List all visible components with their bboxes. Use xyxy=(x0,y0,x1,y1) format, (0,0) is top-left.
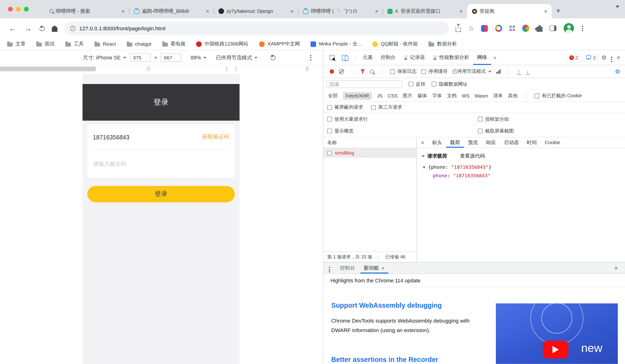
device-toolbar-toggle-icon[interactable] xyxy=(338,55,352,60)
preserve-log-checkbox[interactable] xyxy=(390,69,395,74)
filter-img[interactable]: 图片 xyxy=(403,92,412,99)
filter-funnel-icon[interactable] xyxy=(360,69,365,74)
zoom-window-button[interactable] xyxy=(24,7,29,12)
filter-all[interactable]: 全部 xyxy=(328,92,338,99)
browser-tab[interactable]: 哔哩哔哩 (゜-゜)つロ × xyxy=(298,4,383,19)
video-thumbnail[interactable]: new xyxy=(496,303,618,364)
browser-menu-kebab-icon[interactable] xyxy=(578,26,588,31)
share-button[interactable] xyxy=(452,25,464,32)
show-overview-checkbox[interactable] xyxy=(327,129,332,133)
browser-tab[interactable]: 哔哩哔哩 - 搜索 × xyxy=(45,4,129,19)
close-window-button[interactable] xyxy=(8,7,13,12)
bookmark-folder[interactable]: 工具 xyxy=(65,41,84,48)
tab-cookies[interactable]: Cookie xyxy=(541,137,564,148)
more-tabs-button[interactable]: » xyxy=(491,55,499,60)
profile-avatar[interactable] xyxy=(560,23,578,34)
blocked-requests-option[interactable]: 被屏蔽的请求 xyxy=(327,104,363,111)
bookmark-folder[interactable]: 文章 xyxy=(7,41,25,48)
extension-icon-fe[interactable] xyxy=(478,25,492,32)
throttle-select[interactable]: 已停用节流模式 xyxy=(216,54,258,61)
tab-elements[interactable]: 元素 xyxy=(359,50,377,65)
bookmark-link[interactable]: XAMPP中文网 xyxy=(259,41,300,48)
view-source-link[interactable]: 查看源代码 xyxy=(460,153,485,160)
tab-response[interactable]: 响应 xyxy=(482,137,500,148)
bookmark-folder[interactable]: chatgpt xyxy=(126,41,151,47)
show-overview-option[interactable]: 显示概览 xyxy=(327,128,353,135)
devtools-kebab-icon[interactable] xyxy=(610,53,613,62)
back-button[interactable]: ← xyxy=(5,24,20,32)
tab-initiator[interactable]: 启动器 xyxy=(500,137,523,148)
tab-network[interactable]: 网络 xyxy=(473,50,491,65)
network-conditions-icon[interactable] xyxy=(496,69,500,74)
clear-icon[interactable] xyxy=(339,69,344,74)
tab-close-icon[interactable]: × xyxy=(543,8,548,14)
zoom-select[interactable]: 88% xyxy=(191,55,207,60)
bookmark-folder[interactable]: 数据分析 xyxy=(429,41,457,48)
filter-media[interactable]: 媒体 xyxy=(417,92,427,99)
verification-code-input[interactable] xyxy=(93,161,229,167)
bookmark-star-icon[interactable]: ☆ xyxy=(464,25,478,32)
capture-screenshots-option[interactable]: 截取屏幕截图 xyxy=(478,128,514,135)
drawer-tab-whats-new[interactable]: 新功能× xyxy=(360,262,388,274)
site-info-icon[interactable] xyxy=(70,26,75,31)
big-request-rows-checkbox[interactable] xyxy=(327,117,332,121)
blocked-cookies-option[interactable]: 有已拦截的 Cookie xyxy=(535,92,582,99)
device-select[interactable]: 尺寸: iPhone SE xyxy=(83,54,126,61)
tab-close-icon[interactable]: × xyxy=(120,8,126,14)
reload-button[interactable] xyxy=(36,26,48,31)
tab-overflow-chevron-icon[interactable] xyxy=(616,8,620,15)
tab-preview[interactable]: 预览 xyxy=(464,137,482,148)
phone-number-input[interactable] xyxy=(93,134,202,140)
horizontal-scrollbar-thumb[interactable] xyxy=(0,66,96,71)
get-code-link[interactable]: 获取验证码 xyxy=(202,134,229,140)
network-settings-gear-icon[interactable]: ⚙ xyxy=(615,68,620,74)
feature-heading-link[interactable]: Support WebAssembly debugging xyxy=(331,302,442,310)
big-request-rows-option[interactable]: 使用大量请求行 xyxy=(327,116,368,123)
tab-close-icon[interactable]: × xyxy=(289,8,295,14)
filter-css[interactable]: CSS xyxy=(388,93,398,99)
bookmark-folder[interactable]: 面试 xyxy=(36,41,55,48)
network-filter-input[interactable] xyxy=(326,80,402,88)
blocked-requests-checkbox[interactable] xyxy=(327,105,332,110)
devtools-close-icon[interactable]: × xyxy=(617,54,620,61)
bookmark-link[interactable]: 中国铁路12306网站 xyxy=(196,41,248,48)
filter-ws[interactable]: WS xyxy=(462,93,469,99)
tab-close-icon[interactable]: × xyxy=(458,8,464,14)
browser-tab[interactable]: 扁鹊-哔哩哔哩_Bilibili × xyxy=(129,4,214,19)
third-party-option[interactable]: 第三方请求 xyxy=(371,104,402,111)
inspect-element-icon[interactable] xyxy=(330,55,338,60)
tab-console[interactable]: 控制台 xyxy=(377,50,400,65)
group-by-frame-checkbox[interactable] xyxy=(478,117,483,121)
filter-doc[interactable]: 文档 xyxy=(447,92,457,99)
device-toolbar-kebab-icon[interactable] xyxy=(306,55,315,60)
settings-gear-icon[interactable]: ⚙ xyxy=(601,55,607,60)
drawer-tab-console[interactable]: 控制台 xyxy=(336,262,358,274)
bookmark-folder[interactable]: 看电视 xyxy=(162,41,185,48)
tab-headers[interactable]: 标头 xyxy=(428,137,446,148)
hide-data-urls-checkbox[interactable] xyxy=(432,82,437,86)
new-tab-button[interactable]: + xyxy=(552,6,565,16)
rotate-device-icon[interactable] xyxy=(267,55,279,60)
name-column-header[interactable]: 名称 xyxy=(323,137,416,148)
collapse-triangle-icon[interactable] xyxy=(422,166,426,168)
extensions-puzzle-icon[interactable] xyxy=(533,25,546,32)
filter-fetch-xhr[interactable]: Fetch/XHR xyxy=(343,92,372,100)
request-checkbox[interactable] xyxy=(327,151,332,155)
filter-wasm[interactable]: Wasm xyxy=(474,93,488,99)
export-har-icon[interactable]: ↓ xyxy=(526,69,530,74)
import-har-icon[interactable]: ↑ xyxy=(517,69,521,74)
issues-badge[interactable]: 3 xyxy=(584,54,598,61)
feature-heading-link[interactable]: Better assertions in the Recorder xyxy=(331,356,438,364)
youtube-play-icon[interactable] xyxy=(543,341,568,358)
close-details-icon[interactable]: × xyxy=(417,140,428,146)
tab-close-icon[interactable]: × xyxy=(205,8,210,14)
forward-button[interactable]: → xyxy=(20,24,36,32)
invert-checkbox[interactable] xyxy=(408,82,413,86)
disable-cache-checkbox[interactable] xyxy=(421,69,426,74)
search-icon[interactable] xyxy=(370,70,374,74)
extension-icon-ball[interactable] xyxy=(519,25,533,32)
home-button[interactable] xyxy=(48,25,61,32)
collapse-triangle-icon[interactable] xyxy=(422,155,425,157)
tab-timing[interactable]: 时间 xyxy=(523,137,541,148)
address-bar[interactable]: 127.0.0.1:8000/front/page/login.html xyxy=(64,22,449,35)
